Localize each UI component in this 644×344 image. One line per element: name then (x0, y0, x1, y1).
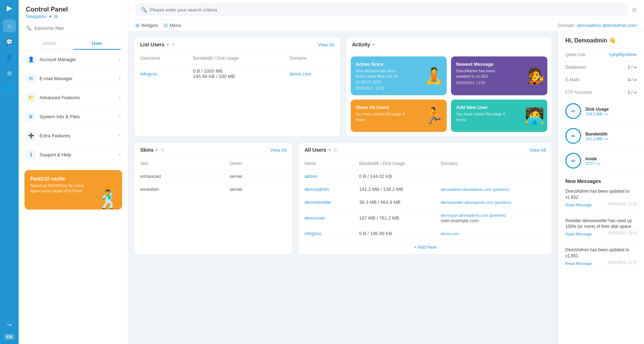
filter-options-icon[interactable]: ⚙ (632, 6, 637, 13)
user-name-link-4[interactable]: demouser (304, 215, 325, 221)
language-badge[interactable]: EN (4, 334, 14, 340)
read-message-link-3[interactable]: Read Message (565, 261, 592, 266)
disk-value: 139.2 MB / ∞ (585, 112, 609, 116)
settings-icon[interactable]: ⚙ (3, 67, 16, 80)
app-logo: ▶ (7, 4, 12, 12)
read-message-link-2[interactable]: Read Message (565, 232, 592, 236)
emails-label: E-Mails (565, 77, 628, 82)
inode-value: 3727 / ∞ (585, 161, 600, 166)
user-name-link-3[interactable]: demoreseller (304, 199, 331, 205)
list-users-refresh[interactable]: ↻ (172, 42, 176, 47)
disk-gauge: Disk Usage 139.2 MB / ∞ (558, 99, 644, 124)
activity-header: Activity ▾ (346, 37, 552, 52)
all-users-chevron: ▾ (328, 148, 331, 152)
quick-link-value[interactable]: phpMyAdmin (612, 52, 637, 57)
menu-label: Menu (170, 23, 181, 28)
table-row: enhanced server (134, 170, 292, 183)
activity-chevron: ▾ (372, 42, 374, 47)
card-title-1: Active Since (356, 61, 442, 67)
search-icon: 🔍 (141, 7, 147, 13)
table-row: infogcoc 0 B / 1000 MB 195.99 KB / 100 M… (134, 65, 340, 83)
search-box[interactable]: 🔍 (135, 4, 627, 16)
list-users-title: List Users ▾ (140, 42, 169, 47)
table-row: infogcoc 0 B / 195.99 KB demo.com (299, 227, 552, 240)
all-users-view-all[interactable]: View All (530, 147, 546, 153)
widgets-icon: ⊞ (135, 23, 139, 28)
user-link[interactable]: infogcoc (140, 71, 157, 77)
logout-icon[interactable]: ↪ (3, 318, 16, 331)
bandwidth-gauge: Bandwidth 141.2 MB / ∞ (558, 124, 644, 148)
list-users-table: Username Bandwidth / Disk Usage Domains … (134, 52, 340, 83)
domain-link[interactable]: demoadmin.directadmin.com (577, 23, 637, 28)
table-row: admin 0 B / 244.02 KB (299, 170, 552, 183)
sidebar-item-extra-features[interactable]: ➕ Extra Features ▾ (19, 126, 128, 145)
user-name-link-1[interactable]: admin (304, 174, 317, 179)
activity-card-newest-message[interactable]: Newest Message DirectAdmin has been upda… (451, 56, 547, 95)
search-input[interactable] (150, 7, 622, 13)
sidebar-item-advanced-features[interactable]: 📁 Advanced Features ▾ (19, 88, 128, 107)
menu-icon: ⊟ (164, 23, 168, 28)
all-users-refresh[interactable]: ↻ (334, 147, 337, 153)
user-domain-link[interactable]: demo.com (289, 71, 311, 77)
filter-input[interactable] (34, 26, 121, 31)
inode-gauge-row: Inode 3727 / ∞ (565, 153, 637, 169)
col-name: Name (299, 157, 353, 170)
account-manager-icon: 👤 (26, 54, 36, 64)
nav-icon1[interactable]: ✦ (49, 14, 52, 19)
widgets-button[interactable]: ⊞ Widgets (135, 23, 158, 28)
card-desc-3: You have visited this page 5 times. (356, 111, 406, 123)
user-name-link-2[interactable]: demoadmin (304, 187, 329, 192)
sidebar-item-email-manager[interactable]: ✉ E-mail Manager ▾ (19, 69, 128, 88)
tab-admin[interactable]: Admin (26, 38, 73, 50)
activity-panel: Activity ▾ Active Since Your account has… (346, 37, 552, 137)
user-bw-5: 0 B / 195.99 KB (354, 227, 435, 240)
nav-icon2[interactable]: ⊞ (54, 14, 58, 19)
skin-name-1: enhanced (134, 170, 224, 183)
list-users-view-all[interactable]: View All (318, 42, 334, 47)
emails-value: 4 / ∞ (628, 77, 637, 82)
all-users-title: All Users ▾ (304, 147, 331, 153)
list-users-chevron: ▾ (167, 42, 169, 47)
menu-button[interactable]: ⊟ Menu (164, 23, 181, 28)
users-icon[interactable]: 👤 (3, 51, 16, 64)
home-icon[interactable]: ⌂ (3, 19, 16, 32)
globe-icon[interactable]: 🌐 (3, 83, 16, 96)
skins-refresh[interactable]: ↻ (161, 147, 165, 153)
skins-view-all[interactable]: View All (270, 147, 286, 153)
promo-box[interactable]: FastCGI cache Speed up WordPress by usin… (24, 170, 122, 210)
card-desc-1: Your account has been active since Mon O… (356, 68, 406, 85)
chat-icon[interactable]: 💬 (3, 35, 16, 48)
quick-link-edit-icon[interactable]: ✎ (608, 52, 612, 57)
user-name-link-5[interactable]: infogcoc (304, 231, 322, 236)
tab-user[interactable]: User (73, 38, 121, 50)
sidebar-item-support-help[interactable]: ℹ Support & Help ▾ (19, 145, 128, 164)
card-desc-2: DirectAdmin has been updated to v1.652 (456, 68, 506, 79)
read-message-link-1[interactable]: Read Message (565, 203, 592, 207)
activity-card-show-users[interactable]: Show All Users You have visited this pag… (351, 100, 447, 132)
advanced-features-icon: 📁 (26, 92, 36, 102)
sidebar-item-system-info[interactable]: 🖥 System Info & Files ▾ (19, 107, 128, 126)
col-domains: Domains (284, 52, 340, 65)
user-domains-3: demoreseller.directadmin.com (pointers) (435, 196, 552, 209)
email-manager-icon: ✉ (26, 73, 36, 83)
card-title-2: Newest Message (456, 61, 542, 67)
new-messages-section: New Messages DirectAdmin has been update… (558, 173, 644, 279)
bandwidth-gauge-row: Bandwidth 141.2 MB / ∞ (565, 128, 637, 144)
card-fig-1: 🧘 (424, 66, 444, 85)
message-item-2: Reseller demoreseller has used up 100% (… (565, 218, 637, 242)
center-panel: List Users ▾ ↻ View All Username Bandwid… (128, 31, 558, 344)
chevron-icon2: ▾ (119, 76, 121, 81)
col-domains2: Domains (435, 157, 552, 170)
sidebar-item-account-manager[interactable]: 👤 Account Manager ▾ (19, 50, 128, 69)
skins-title: Skins ▾ (140, 147, 158, 153)
ftp-value: 2 / ∞ (628, 90, 637, 95)
promo-description: Speed up WordPress by using nginx cache … (30, 183, 88, 194)
add-new-button[interactable]: + Add New (299, 240, 552, 254)
activity-card-active-since[interactable]: Active Since Your account has been activ… (351, 56, 447, 95)
list-users-header: List Users ▾ ↻ View All (134, 37, 340, 52)
card-desc-4: You have visited this page 5 times. (456, 111, 506, 123)
elements-filter[interactable]: 🔍 (19, 22, 128, 35)
col-bandwidth: Bandwidth / Disk Usage (187, 52, 284, 65)
user-bw-4: 167 MB / 761.2 MB (354, 209, 435, 227)
activity-card-add-user[interactable]: Add New User You have visited this page … (451, 100, 547, 132)
